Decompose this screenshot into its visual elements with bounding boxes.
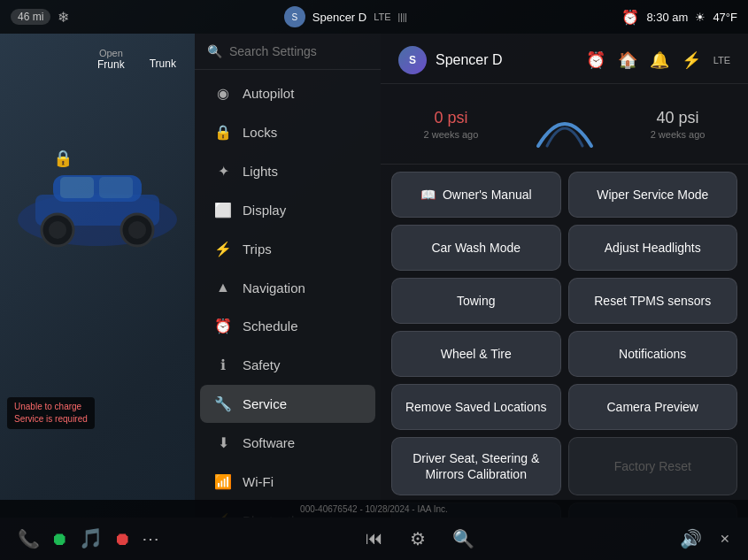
locks-icon: 🔒 [214,124,232,141]
status-profile-name: Spencer D [312,11,366,24]
bell-icon[interactable]: 🔔 [650,50,669,70]
lte-badge: LTE [713,55,730,65]
volume-icon[interactable]: 🔊 [680,528,702,549]
remove-locations-button[interactable]: Remove Saved Locations [391,384,561,430]
service-icon: 🔧 [214,395,232,412]
search-bar: 🔍 [195,34,381,70]
locks-label: Locks [243,125,277,140]
wiper-service-button[interactable]: Wiper Service Mode [568,172,738,218]
profile-name: Spencer D [436,52,503,68]
notifications-button[interactable]: Notifications [568,331,738,377]
settings-item-navigation[interactable]: ▲ Navigation [200,269,375,306]
profile-icon-group: ⏰ 🏠 🔔 ⚡ LTE [586,50,730,70]
svg-point-4 [49,221,66,239]
trunk-control[interactable]: Trunk [150,48,176,71]
profile-avatar-large: S [398,46,427,74]
towing-button[interactable]: Towing [391,278,561,324]
trips-label: Trips [243,242,272,257]
alarm-profile-icon[interactable]: ⏰ [586,50,605,70]
reset-tpms-button[interactable]: Reset TPMS sensors [568,278,738,324]
display-icon: ⬜ [214,202,232,219]
search-bottom-icon[interactable]: 🔍 [452,528,474,549]
lights-label: Lights [243,164,278,179]
settings-item-trips[interactable]: ⚡ Trips [200,230,375,268]
trips-icon: ⚡ [214,241,232,257]
trunk-label: Trunk [150,58,176,70]
warning-line1: Unable to charge [14,401,88,413]
factory-reset-button[interactable]: Factory Reset [568,437,738,495]
schedule-label: Schedule [243,318,298,334]
notifications-label: Notifications [619,346,686,362]
reset-tpms-label: Reset TPMS sensors [594,293,711,309]
safety-icon: ℹ [214,357,232,373]
tire-left-pressure: 0 psi [424,109,479,127]
settings-item-service[interactable]: 🔧 Service [200,385,375,423]
wiper-service-label: Wiper Service Mode [597,187,708,203]
status-left: 46 mi ❄ [11,9,69,26]
profile-info: S Spencer D [398,46,503,74]
service-panel: S Spencer D ⏰ 🏠 🔔 ⚡ LTE 0 psi 2 weeks ag… [381,34,748,518]
autopilot-icon: ◉ [214,85,232,102]
car-wash-label: Car Wash Mode [431,240,521,256]
search-input[interactable] [229,44,368,58]
settings-item-wifi[interactable]: 📶 Wi-Fi [200,463,375,501]
bottom-right-icons: 🔊 ✕ [680,528,730,549]
media-controls: 📞 ⏺ 🎵 ⏺ ⋯ [18,527,159,550]
media-prev-icon[interactable]: ⏮ [366,528,383,549]
service-label: Service [243,396,287,411]
display-label: Display [243,203,286,218]
service-buttons-grid: 📖 Owner's Manual Wiper Service Mode Car … [381,165,748,518]
car-silhouette [9,104,186,281]
driver-calibration-button[interactable]: Driver Seat, Steering & Mirrors Calibrat… [391,437,561,495]
status-signal: |||| [398,12,407,22]
settings-item-autopilot[interactable]: ◉ Autopilot [200,74,375,112]
wheel-tire-button[interactable]: Wheel & Tire [391,331,561,377]
svg-point-6 [128,221,146,239]
tire-arc-svg [529,93,600,155]
spotify-icon[interactable]: 🎵 [79,527,103,550]
schedule-icon: ⏰ [214,318,232,334]
bluetooth-header-icon[interactable]: ⚡ [682,50,701,70]
status-weather-icon: ☀ [695,11,706,24]
camera-preview-button[interactable]: Camera Preview [568,384,738,430]
status-bar: 46 mi ❄ S Spencer D LTE |||| ⏰ 8:30 am ☀… [0,0,748,34]
settings-item-schedule[interactable]: ⏰ Schedule [200,307,375,345]
warning-line2: Service is required [14,413,88,426]
alarm-icon: ⏰ [621,9,639,26]
owners-manual-button[interactable]: 📖 Owner's Manual [391,172,561,218]
remove-locations-label: Remove Saved Locations [405,399,547,415]
driver-calibration-label: Driver Seat, Steering & Mirrors Calibrat… [403,450,550,482]
settings-item-display[interactable]: ⬜ Display [200,191,375,229]
adjust-headlights-button[interactable]: Adjust Headlights [568,225,738,271]
owners-manual-icon: 📖 [420,187,436,203]
mute-x-icon[interactable]: ✕ [720,532,730,546]
info-footer-bar: 000-40676542 - 10/28/2024 - IAA Inc. [0,500,748,518]
settings-panel: 🔍 ◉ Autopilot 🔒 Locks ✦ Lights ⬜ Display… [195,34,381,518]
settings-item-software[interactable]: ⬇ Software [200,424,375,462]
lights-icon: ✦ [214,163,232,180]
apps-dots-icon[interactable]: ⋯ [142,528,159,549]
tire-right-label: 2 weeks ago [651,129,706,140]
equalizer-icon[interactable]: ⚙ [410,528,426,549]
adjust-headlights-label: Adjust Headlights [605,240,701,256]
frunk-control[interactable]: Open Frunk [97,48,125,71]
music-icon[interactable]: ⏺ [50,529,68,549]
status-lte: LTE [374,12,390,22]
wifi-icon: 📶 [214,473,232,490]
settings-item-locks[interactable]: 🔒 Locks [200,113,375,151]
car-lock-icon[interactable]: 🔒 [53,149,73,168]
location-active-icon[interactable]: ⏺ [113,529,131,549]
settings-item-safety[interactable]: ℹ Safety [200,346,375,384]
wifi-label: Wi-Fi [243,474,274,489]
svg-rect-7 [60,177,94,198]
service-profile-header: S Spencer D ⏰ 🏠 🔔 ⚡ LTE [381,34,748,84]
settings-item-lights[interactable]: ✦ Lights [200,152,375,190]
safety-label: Safety [243,357,281,372]
wheel-tire-label: Wheel & Tire [441,346,512,362]
towing-label: Towing [457,293,496,309]
status-temperature: 47°F [713,11,737,24]
status-time-area: ⏰ 8:30 am ☀ 47°F [621,9,737,26]
home-icon[interactable]: 🏠 [618,50,637,70]
car-wash-button[interactable]: Car Wash Mode [391,225,561,271]
phone-icon[interactable]: 📞 [18,528,40,549]
